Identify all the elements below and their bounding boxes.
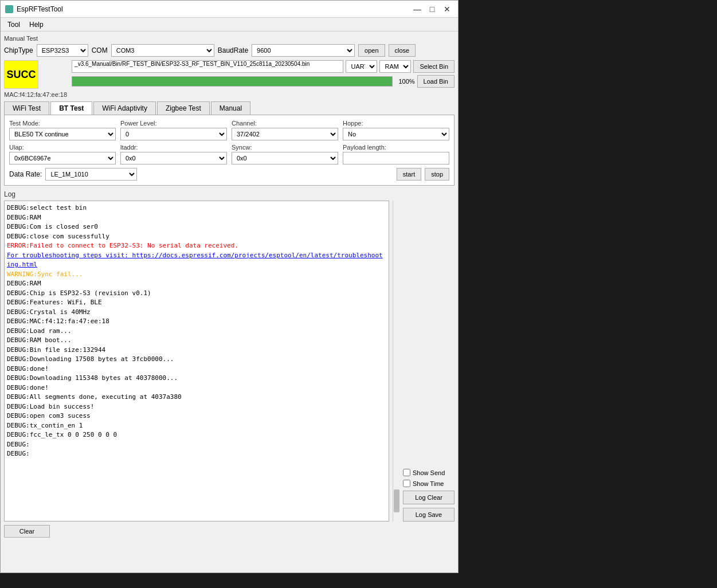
hoppe-label: Hoppe: [343, 120, 449, 127]
log-line: ERROR:Failed to connect to ESP32-S3: No … [7, 241, 386, 251]
log-line: DEBUG:Load bin success! [7, 402, 386, 412]
bt-test-content: Test Mode: BLE50 TX continue Power Level… [4, 115, 455, 186]
open-button[interactable]: open [358, 44, 385, 57]
hoppe-field: Hoppe: No [343, 120, 449, 140]
ulap-field: Ulap: 0x6BC6967e [9, 144, 116, 164]
show-time-checkbox[interactable] [403, 480, 410, 487]
tab-wifi-adaptivity[interactable]: WiFi Adaptivity [93, 101, 156, 115]
chip-type-select[interactable]: ESP32S3 [37, 44, 88, 57]
bt-form-row2: Ulap: 0x6BC6967e ltaddr: 0x0 Syncw: 0x0 [9, 144, 449, 164]
log-line: DEBUG:done! [7, 383, 386, 393]
log-line: DEBUG: [7, 449, 386, 459]
tab-manual[interactable]: Manual [211, 101, 250, 115]
interface-select-uart[interactable]: UART [346, 60, 377, 73]
minimize-button[interactable]: — [411, 3, 424, 15]
manual-test-label: Manual Test [4, 35, 455, 42]
chiptype-label: ChipType [4, 46, 33, 54]
log-scrollbar[interactable] [393, 201, 399, 522]
log-area-wrapper: DEBUG:select test binDEBUG:RAMDEBUG:Com … [4, 201, 455, 522]
power-level-field: Power Level: 0 [120, 120, 227, 140]
log-area[interactable]: DEBUG:select test binDEBUG:RAMDEBUG:Com … [4, 201, 389, 522]
log-section: Log DEBUG:select test binDEBUG:RAMDEBUG:… [4, 190, 455, 522]
title-buttons: — □ ✕ [411, 3, 453, 15]
syncw-label: Syncw: [232, 144, 338, 151]
show-send-label: Show Send [413, 469, 445, 476]
tab-bt-test[interactable]: BT Test [50, 101, 92, 115]
progress-percentage: 100% [395, 78, 415, 85]
payload-length-input[interactable]: 250 [343, 152, 449, 164]
test-mode-select[interactable]: BLE50 TX continue [9, 128, 116, 140]
content-area: Manual Test ChipType ESP32S3 COM COM3 Ba… [1, 32, 458, 541]
menu-tool[interactable]: Tool [3, 19, 25, 30]
log-line: DEBUG:fcc_le_tx 0 0 250 0 0 0 [7, 430, 386, 440]
test-mode-field: Test Mode: BLE50 TX continue [9, 120, 116, 140]
payload-length-label: Payload length: [343, 144, 449, 151]
ulap-label: Ulap: [9, 144, 116, 151]
start-button[interactable]: start [397, 168, 421, 181]
bin-path-row: _v3.6_Manual/Bin/RF_TEST_BIN/ESP32-S3_RF… [72, 60, 455, 73]
clear-button[interactable]: Clear [4, 525, 50, 538]
app-icon [5, 5, 13, 13]
hoppe-select[interactable]: No [343, 128, 449, 140]
log-line: DEBUG:Downloading 17508 bytes at 3fcb000… [7, 355, 386, 364]
stop-button[interactable]: stop [425, 168, 449, 181]
data-rate-label: Data Rate: [9, 170, 42, 178]
close-button-serial[interactable]: close [389, 44, 416, 57]
select-bin-button[interactable]: Select Bin [413, 60, 455, 73]
ltaddr-label: ltaddr: [120, 144, 227, 151]
progress-bar-container [72, 76, 392, 87]
close-button[interactable]: ✕ [441, 3, 453, 15]
log-line: DEBUG:All segments done, executing at 40… [7, 393, 386, 402]
menu-help[interactable]: Help [25, 19, 48, 30]
log-line: DEBUG:Features: WiFi, BLE [7, 298, 386, 308]
tab-zigbee-test[interactable]: Zigbee Test [157, 101, 210, 115]
title-bar-left: EspRFTestTool [5, 5, 63, 13]
scrollbar-thumb [394, 489, 399, 512]
channel-select[interactable]: 37/2402 [232, 128, 338, 140]
log-line: DEBUG: [7, 440, 386, 450]
show-send-row: Show Send [403, 469, 455, 476]
log-line: DEBUG:Load ram... [7, 327, 386, 336]
ulap-select[interactable]: 0x6BC6967e [9, 152, 116, 164]
config-row: ChipType ESP32S3 COM COM3 BaudRate 9600 … [4, 44, 455, 57]
log-save-button[interactable]: Log Save [403, 508, 455, 522]
baud-rate-select[interactable]: 9600 [252, 44, 355, 57]
log-label: Log [4, 190, 455, 198]
log-line: DEBUG:Com is closed ser0 [7, 222, 386, 232]
menu-bar: Tool Help [1, 18, 458, 32]
progress-bar-fill [72, 77, 391, 86]
succ-bin-row: SUCC MAC:f4:12:fa:47:ee:18 _v3.6_Manual/… [4, 60, 455, 98]
data-rate-select[interactable]: LE_1M_1010 [45, 168, 137, 181]
log-line: DEBUG:open com3 sucess [7, 411, 386, 421]
bottom-row: Clear [4, 525, 455, 538]
show-time-row: Show Time [403, 480, 455, 487]
log-controls: Show Send Show Time Log Clear Log Save [403, 201, 455, 522]
tab-wifi-test[interactable]: WiFi Test [4, 101, 49, 115]
com-label: COM [92, 46, 108, 54]
log-line: DEBUG:RAM [7, 213, 386, 223]
log-line: DEBUG:RAM boot... [7, 336, 386, 346]
syncw-select[interactable]: 0x0 [232, 152, 338, 164]
show-send-checkbox[interactable] [403, 469, 410, 476]
channel-field: Channel: 37/2402 [232, 120, 338, 140]
bin-path-display: _v3.6_Manual/Bin/RF_TEST_BIN/ESP32-S3_RF… [72, 60, 343, 73]
test-mode-label: Test Mode: [9, 120, 116, 127]
bin-section: _v3.6_Manual/Bin/RF_TEST_BIN/ESP32-S3_RF… [72, 60, 455, 88]
interface-select-ram[interactable]: RAM [379, 60, 411, 73]
channel-label: Channel: [232, 120, 338, 127]
power-level-select[interactable]: 0 [120, 128, 227, 140]
window-title: EspRFTestTool [17, 5, 63, 13]
ltaddr-field: ltaddr: 0x0 [120, 144, 227, 164]
load-bin-button[interactable]: Load Bin [417, 75, 455, 88]
log-line: DEBUG:select test bin [7, 203, 386, 213]
payload-length-field: Payload length: 250 [343, 144, 449, 164]
maximize-button[interactable]: □ [426, 3, 438, 15]
data-rate-row: Data Rate: LE_1M_1010 start stop [9, 168, 449, 181]
log-clear-button[interactable]: Log Clear [403, 491, 455, 504]
progress-row: 100% Load Bin [72, 75, 455, 88]
log-line: DEBUG:tx_contin_en 1 [7, 421, 386, 431]
com-select[interactable]: COM3 [111, 44, 214, 57]
ltaddr-select[interactable]: 0x0 [120, 152, 227, 164]
mac-address: MAC:f4:12:fa:47:ee:18 [4, 91, 67, 98]
main-window: EspRFTestTool — □ ✕ Tool Help Manual Tes… [0, 0, 459, 573]
